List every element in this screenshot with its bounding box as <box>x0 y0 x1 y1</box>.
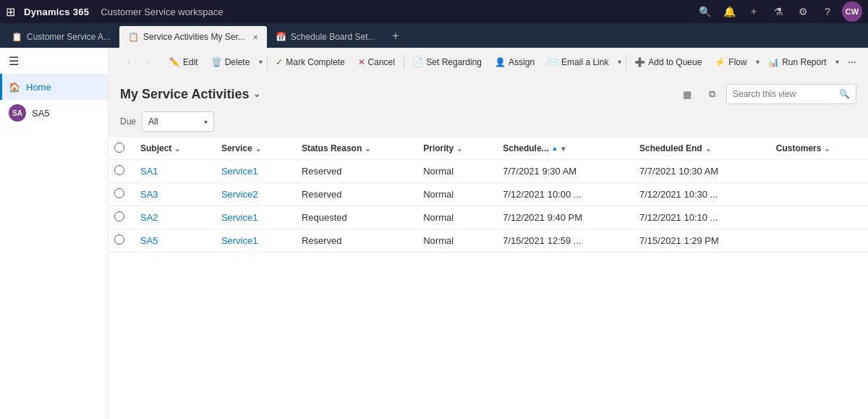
col-service[interactable]: Service ⌄ <box>213 137 293 160</box>
edit-icon: ✏️ <box>169 57 180 67</box>
edit-button[interactable]: ✏️ Edit <box>163 51 204 74</box>
tab-icon: 📋 <box>12 32 22 42</box>
row-service-2: Service1 <box>213 206 293 229</box>
sched-start-sort-asc-icon: ▲ <box>552 145 558 152</box>
tab-icon: 📋 <box>128 32 139 42</box>
delete-button[interactable]: 🗑️ Delete <box>205 51 256 74</box>
col-scheduled-end[interactable]: Scheduled End ⌄ <box>631 137 767 160</box>
search-input[interactable] <box>733 89 836 99</box>
row-radio-3[interactable] <box>114 234 124 245</box>
add-to-queue-button[interactable]: ➕ Add to Queue <box>629 51 707 74</box>
row-radio-2[interactable] <box>114 211 124 221</box>
row-priority-1: Normal <box>414 183 494 206</box>
row-sched-end-3: 7/15/2021 1:29 PM <box>631 229 767 253</box>
sidebar-toggle[interactable]: ☰ <box>0 48 108 74</box>
flow-button[interactable]: ⚡ Flow <box>709 51 752 74</box>
tab-service-activities[interactable]: 📋 Service Activities My Ser... ✕ <box>119 26 267 48</box>
report-dropdown[interactable]: ▾ <box>834 51 841 74</box>
run-report-button[interactable]: 📊 Run Report <box>762 51 832 74</box>
title-dropdown-icon[interactable]: ⌄ <box>253 89 260 99</box>
select-all-radio[interactable] <box>114 143 124 153</box>
home-icon: 🏠 <box>9 82 20 93</box>
row-checkbox-3[interactable] <box>109 229 132 253</box>
tabs-bar: 📋 Customer Service A... 📋 Service Activi… <box>0 23 868 48</box>
delete-label: Delete <box>225 57 250 67</box>
settings-icon[interactable]: ⚙ <box>793 1 813 22</box>
col-service-label: Service <box>221 143 252 153</box>
sidebar-item-home[interactable]: 🏠 Home <box>0 74 108 100</box>
subject-link-2[interactable]: SA2 <box>140 212 158 223</box>
tab-label: Schedule Board Set... <box>291 32 375 42</box>
email-link-button[interactable]: ✉️ Email a Link <box>542 51 614 74</box>
cancel-label: Cancel <box>368 57 395 67</box>
row-checkbox-0[interactable] <box>109 160 132 183</box>
nav-forward-button[interactable]: › <box>139 54 156 71</box>
table-row: SA2 Service1 Requested Normal 7/12/2021 … <box>109 206 868 229</box>
table-row: SA1 Service1 Reserved Normal 7/7/2021 9:… <box>109 160 868 183</box>
row-radio-0[interactable] <box>114 165 124 175</box>
service-link-1[interactable]: Service2 <box>221 189 258 200</box>
check-icon: ✓ <box>276 57 283 67</box>
cancel-icon: ✕ <box>358 57 365 67</box>
subject-link-0[interactable]: SA1 <box>140 166 158 177</box>
tab-label: Service Activities My Ser... <box>143 32 245 42</box>
command-bar: ‹ › ✏️ Edit 🗑️ Delete ▾ ✓ Mark Complete … <box>109 48 868 77</box>
row-checkbox-2[interactable] <box>109 206 132 229</box>
row-checkbox-1[interactable] <box>109 183 132 206</box>
help-icon[interactable]: ? <box>817 1 838 22</box>
tab-close-icon[interactable]: ✕ <box>252 33 258 41</box>
delete-icon: 🗑️ <box>211 57 222 67</box>
notifications-icon[interactable]: 🔔 <box>719 1 739 22</box>
customers-sort-icon: ⌄ <box>824 145 830 153</box>
tab-schedule-board[interactable]: 📅 Schedule Board Set... <box>267 26 384 48</box>
assign-button[interactable]: 👤 Assign <box>489 51 540 74</box>
filter-icon[interactable]: ⚗ <box>768 1 788 22</box>
filter-select[interactable]: All ▾ <box>142 111 214 132</box>
row-sched-start-0: 7/7/2021 9:30 AM <box>494 160 631 183</box>
sidebar-user-avatar: SA <box>9 104 26 122</box>
status-sort-icon: ⌄ <box>365 145 370 153</box>
filter-label: Due <box>120 117 136 127</box>
filter-view-icon[interactable]: ⧉ <box>702 84 722 104</box>
col-priority[interactable]: Priority ⌄ <box>414 137 494 160</box>
app-name: Customer Service workspace <box>101 7 223 17</box>
row-service-3: Service1 <box>213 229 293 253</box>
search-box[interactable]: 🔍 <box>726 84 856 104</box>
service-link-3[interactable]: Service1 <box>221 235 258 246</box>
mark-complete-button[interactable]: ✓ Mark Complete <box>270 51 350 74</box>
col-select-all[interactable] <box>109 137 132 160</box>
add-icon[interactable]: ＋ <box>744 1 764 22</box>
row-subject-0: SA1 <box>132 160 213 183</box>
col-customers[interactable]: Customers ⌄ <box>767 137 868 160</box>
content-area: ‹ › ✏️ Edit 🗑️ Delete ▾ ✓ Mark Complete … <box>109 48 868 419</box>
grid-icon[interactable]: ⊞ <box>6 5 15 19</box>
tab-customer-service[interactable]: 📋 Customer Service A... <box>3 26 119 48</box>
subject-link-1[interactable]: SA3 <box>140 189 158 200</box>
mark-complete-label: Mark Complete <box>286 57 344 67</box>
flow-dropdown[interactable]: ▾ <box>754 51 761 74</box>
subject-link-3[interactable]: SA5 <box>140 235 158 246</box>
service-link-2[interactable]: Service1 <box>221 212 258 223</box>
row-customers-3 <box>767 229 868 253</box>
cancel-button[interactable]: ✕ Cancel <box>352 51 401 74</box>
col-scheduled-start[interactable]: Schedule... ▲ ▾ <box>494 137 631 160</box>
service-link-0[interactable]: Service1 <box>221 166 258 177</box>
email-dropdown[interactable]: ▾ <box>616 51 622 74</box>
more-button[interactable]: ⋯ <box>842 51 862 74</box>
delete-dropdown[interactable]: ▾ <box>257 51 263 74</box>
user-avatar[interactable]: CW <box>842 1 862 22</box>
row-radio-1[interactable] <box>114 188 124 198</box>
row-status-3: Reserved <box>293 229 414 253</box>
row-service-0: Service1 <box>213 160 293 183</box>
tab-add-button[interactable]: ＋ <box>386 25 406 46</box>
toggle-view-icon[interactable]: ▦ <box>677 84 697 104</box>
nav-back-button[interactable]: ‹ <box>120 54 137 71</box>
search-submit-icon[interactable]: 🔍 <box>839 89 850 99</box>
search-icon[interactable]: 🔍 <box>694 1 715 22</box>
col-status-reason[interactable]: Status Reason ⌄ <box>293 137 414 160</box>
col-subject[interactable]: Subject ⌄ <box>132 137 213 160</box>
row-customers-0 <box>767 160 868 183</box>
filter-arrow-icon: ▾ <box>204 118 208 126</box>
set-regarding-button[interactable]: 📄 Set Regarding <box>407 51 488 74</box>
service-sort-icon: ⌄ <box>255 145 261 153</box>
